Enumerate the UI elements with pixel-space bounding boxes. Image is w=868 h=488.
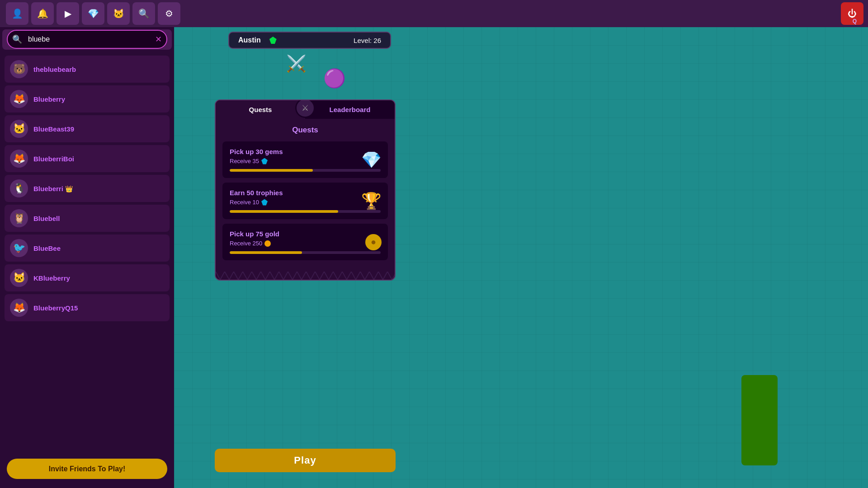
player-name: Blueberry [33, 95, 65, 103]
player-name: Bluebell [33, 215, 60, 222]
list-item[interactable]: 🦊 BlueberryQ15 [5, 294, 170, 321]
player-name: BlueBeast39 [33, 125, 74, 133]
quest-progress-bar [230, 251, 381, 254]
quest-card: Earn 50 trophies Receive 10 🏆 [222, 183, 388, 219]
profile-button[interactable]: 👤 [6, 2, 28, 25]
quest-trophy-icon: 🏆 [361, 192, 382, 211]
list-item[interactable]: 🐱 BlueBeast39 [5, 115, 170, 142]
monster-sprite: 🟣 [323, 68, 346, 89]
list-item[interactable]: 🦊 Blueberry [5, 85, 170, 113]
player-level-display: Level: 26 [354, 37, 381, 44]
player-name: thebluebearb [33, 66, 76, 73]
player-gem-icon [269, 37, 277, 44]
avatar: 🐻 [10, 60, 28, 78]
search-nav-button[interactable]: 🔍 [132, 2, 155, 25]
quest-gold-icon: ● [365, 234, 382, 250]
quest-panel: ⚔ Quests Leaderboard Quests Pick up 30 g… [215, 99, 396, 281]
avatar: 🦊 [10, 90, 28, 108]
quest-main-text: Pick up 30 gems [230, 148, 381, 155]
play-nav-button[interactable]: ▶ [57, 2, 79, 25]
quest-progress-fill [230, 210, 338, 213]
player-list: 🐻 thebluebearb 🦊 Blueberry 🐱 BlueBeast39… [0, 56, 174, 324]
play-button[interactable]: Play [215, 449, 396, 472]
quest-progress-bar [230, 210, 381, 213]
tab-leaderboard[interactable]: Leaderboard [305, 100, 395, 119]
avatar: 🦊 [10, 150, 28, 168]
gem-reward-icon [261, 199, 268, 206]
crown-icon: 👑 [65, 185, 73, 192]
player-name: Blueberri 👑 [33, 185, 73, 192]
invite-friends-button[interactable]: Invite Friends To Play! [7, 459, 167, 479]
character-area: ⚔️ [283, 54, 310, 81]
player-name: KBlueberry [33, 274, 70, 282]
left-panel: ● 5.3K + 437 2.4K 🏆 Search 🔍 ✕ 🐻 theblue… [0, 0, 174, 488]
green-patch [741, 375, 778, 465]
avatar: 🐧 [10, 179, 28, 197]
player-name: BlueberriBoi [33, 155, 74, 163]
list-item[interactable]: 🐻 thebluebearb [5, 56, 170, 83]
list-item[interactable]: 🐧 Blueberri 👑 [5, 175, 170, 202]
game-area: Austin Level: 26 ⚔️ 🟣 ⚔ Quests Leaderboa… [174, 27, 868, 488]
avatar: 🐱 [10, 120, 28, 138]
panel-content: Quests Pick up 30 gems Receive 35 💎 Earn… [216, 119, 395, 272]
search-clear-button[interactable]: ✕ [155, 34, 162, 44]
player-name: BlueberryQ15 [33, 304, 78, 312]
list-item[interactable]: 🐦 BlueBee [5, 235, 170, 262]
quest-progress-fill [230, 251, 302, 254]
cat-button[interactable]: 🐱 [107, 2, 130, 25]
quest-diamond-icon: 💎 [361, 150, 382, 169]
panel-bottom-decoration [216, 272, 395, 280]
top-navigation: 👤 🔔 ▶ 💎 🐱 🔍 ⚙ ⏻ Q [0, 0, 868, 27]
quest-progress-bar [230, 169, 381, 172]
panel-title: Quests [222, 126, 388, 135]
q-label: Q [853, 18, 857, 24]
notifications-button[interactable]: 🔔 [31, 2, 54, 25]
quest-reward: Receive 250 [230, 240, 381, 247]
gem-reward-icon [261, 158, 268, 164]
tab-quests[interactable]: Quests [216, 100, 305, 119]
diamond-button[interactable]: 💎 [82, 2, 104, 25]
settings-button[interactable]: ⚙ [158, 2, 180, 25]
quest-main-text: Earn 50 trophies [230, 189, 381, 197]
list-item[interactable]: 🦉 Bluebell [5, 205, 170, 232]
avatar: 🦉 [10, 209, 28, 227]
quest-progress-fill [230, 169, 313, 172]
search-icon: 🔍 [12, 34, 22, 44]
power-button[interactable]: ⏻ Q [841, 2, 863, 25]
search-box: 🔍 ✕ [7, 30, 167, 49]
avatar: 🐦 [10, 239, 28, 257]
character-sprite: ⚔️ [283, 54, 310, 73]
list-item[interactable]: 🐱 KBlueberry [5, 264, 170, 291]
player-info-card: Austin Level: 26 [228, 32, 391, 49]
quest-card: Pick up 75 gold Receive 250 ● [222, 224, 388, 260]
quest-main-text: Pick up 75 gold [230, 230, 381, 238]
quest-reward: Receive 10 [230, 199, 381, 206]
gold-reward-icon [264, 240, 271, 247]
avatar: 🐱 [10, 269, 28, 287]
quest-reward: Receive 35 [230, 158, 381, 164]
search-input[interactable] [7, 30, 167, 49]
list-item[interactable]: 🦊 BlueberriBoi [5, 145, 170, 172]
quest-card: Pick up 30 gems Receive 35 💎 [222, 141, 388, 178]
avatar: 🦊 [10, 299, 28, 317]
player-name-display: Austin [238, 36, 261, 44]
player-name: BlueBee [33, 244, 61, 252]
